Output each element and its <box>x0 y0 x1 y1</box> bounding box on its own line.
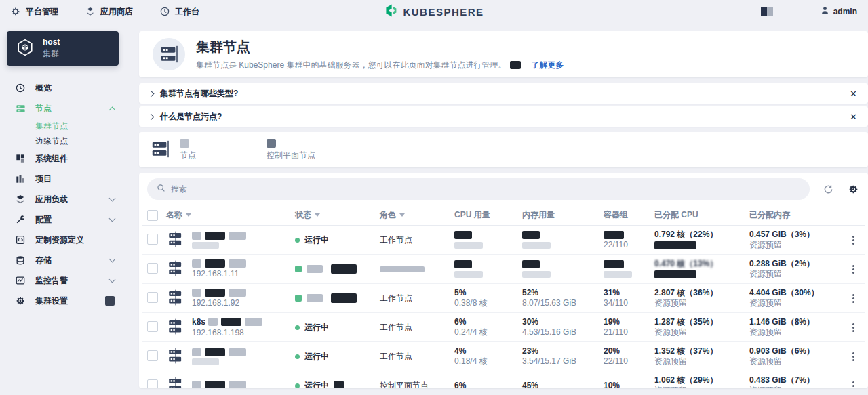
sidebar-item-system-components[interactable]: 系统组件 <box>7 148 119 169</box>
node-ip <box>192 242 250 249</box>
table-row[interactable]: 192.168.1.92工作节点5%0.38/8 核52%8.07/15.63 … <box>142 284 865 313</box>
table-row[interactable]: 运行中控制平面节点6%45%10%1.062 核（29%）资源预留0.483 G… <box>142 371 865 388</box>
column-header-name[interactable]: 名称 <box>166 209 295 221</box>
sidebar-item-crd[interactable]: 定制资源定义 <box>7 230 119 250</box>
stat-control-plane-nodes: 控制平面节点 <box>267 139 315 161</box>
row-checkbox[interactable] <box>147 321 158 332</box>
nav-app-store[interactable]: 应用商店 <box>85 6 133 18</box>
row-more-button[interactable] <box>847 320 860 335</box>
node-name-cell[interactable] <box>166 230 295 250</box>
node-name-cell[interactable] <box>166 376 295 389</box>
node-icon <box>166 376 185 389</box>
row-more-button[interactable] <box>847 291 860 306</box>
sidebar-item-app-workloads[interactable]: 应用负载 <box>7 189 119 209</box>
sidebar-item-edge-nodes[interactable]: 边缘节点 <box>35 133 119 148</box>
node-ip <box>192 358 250 365</box>
sidebar-item-cluster-nodes[interactable]: 集群节点 <box>35 119 119 133</box>
cell-memory-usage: 45% <box>522 381 604 389</box>
learn-more-link[interactable]: 了解更多 <box>531 60 564 71</box>
faq-node-taints[interactable]: 什么是节点污点? ✕ <box>139 106 868 127</box>
nav-workbench[interactable]: 工作台 <box>160 6 199 18</box>
row-checkbox[interactable] <box>147 234 158 245</box>
redacted-block <box>522 242 551 249</box>
sidebar-item-projects[interactable]: 项目 <box>7 169 119 189</box>
cluster-type: 集群 <box>43 48 60 60</box>
redacted-block <box>205 232 225 240</box>
redacted-block <box>334 381 344 389</box>
table-row[interactable]: 192.168.1.110.470 核（13%）0.288 GiB（2%）资源预… <box>142 255 865 284</box>
settings-icon <box>15 296 26 306</box>
kubesphere-logo-text: KUBESPHERE <box>403 6 484 18</box>
appstore-icon <box>85 7 95 16</box>
user-menu[interactable]: admin <box>821 6 857 17</box>
row-checkbox[interactable] <box>147 350 158 361</box>
status-green-icon <box>295 266 302 272</box>
select-all-checkbox[interactable] <box>147 210 158 221</box>
search-icon <box>157 184 165 194</box>
cell-pods: 19%21/110 <box>604 317 654 337</box>
chevron-down-icon <box>109 215 116 222</box>
status-running-icon <box>295 383 300 388</box>
close-icon[interactable]: ✕ <box>848 89 859 99</box>
cell-memory-usage: 30%4.53/15.16 GiB <box>522 317 604 337</box>
column-header-allocated-cpu: 已分配 CPU <box>654 209 749 221</box>
nodes-group-icon <box>150 139 170 161</box>
redacted-block <box>307 294 323 302</box>
sidebar-item-cluster-settings[interactable]: 集群设置 <box>7 291 119 311</box>
table-row[interactable]: 运行中工作节点22/1100.792 核（22%）0.457 GiB（3%）资源… <box>142 226 865 255</box>
sidebar-item-nodes[interactable]: 节点 <box>7 98 119 119</box>
node-name <box>192 259 250 268</box>
node-name-cell[interactable]: 192.168.1.92 <box>166 289 295 308</box>
sidebar-item-configuration[interactable]: 配置 <box>7 209 119 230</box>
column-header-role[interactable]: 角色 <box>380 209 454 221</box>
cell-allocated-cpu: 1.352 核（37%）资源预留 <box>654 346 749 367</box>
row-more-button[interactable] <box>847 379 860 389</box>
refresh-button[interactable] <box>822 183 835 196</box>
cell-cpu-usage: 4%0.18/4 核 <box>454 346 522 367</box>
kubesphere-logo[interactable]: KUBESPHERE <box>384 0 484 23</box>
table-row[interactable]: k8s192.168.1.198运行中工作节点6%0.24/4 核30%4.53… <box>142 313 865 342</box>
redacted-block <box>654 241 696 249</box>
node-name-cell[interactable] <box>166 347 295 367</box>
cell-cpu-usage: 6% <box>454 381 522 389</box>
node-status: 运行中 <box>295 380 380 389</box>
nav-platform-management[interactable]: 平台管理 <box>11 6 58 18</box>
row-checkbox[interactable] <box>147 263 158 274</box>
row-more-button[interactable] <box>847 262 860 276</box>
cell-allocated-cpu: 1.287 核（35%）资源预留 <box>654 317 749 337</box>
row-more-button[interactable] <box>847 350 860 364</box>
column-settings-button[interactable] <box>847 183 860 196</box>
stat-nodes: 节点 <box>180 139 196 161</box>
user-name: admin <box>833 7 857 16</box>
redacted-badge <box>105 296 115 306</box>
node-count-summary: 节点 控制平面节点 <box>139 132 868 167</box>
sidebar-item-monitoring[interactable]: 监控告警 <box>7 270 119 291</box>
node-name-cell[interactable]: k8s192.168.1.198 <box>166 318 295 337</box>
cell-allocated-memory: 0.457 GiB（3%）资源预留 <box>749 230 833 250</box>
faq-node-types[interactable]: 集群节点有哪些类型? ✕ <box>139 83 868 104</box>
redacted-block <box>205 259 225 268</box>
sidebar-item-overview[interactable]: 概览 <box>7 78 119 98</box>
node-name-cell[interactable]: 192.168.1.11 <box>166 259 295 279</box>
redacted-block <box>604 231 624 239</box>
column-header-status[interactable]: 状态 <box>295 209 380 221</box>
nodes-submenu: 集群节点 边缘节点 <box>7 119 119 148</box>
search-input[interactable]: 搜索 <box>147 178 810 200</box>
sidebar-item-storage[interactable]: 存储 <box>7 250 119 270</box>
row-checkbox[interactable] <box>147 292 158 303</box>
cell-allocated-memory: 1.146 GiB（8%）资源预留 <box>749 317 833 337</box>
row-checkbox[interactable] <box>147 379 158 389</box>
main-content: 集群节点 集群节点是 KubeSphere 集群中的基础服务器，您可以在此页面对… <box>125 23 868 395</box>
redacted-block <box>380 266 425 272</box>
cluster-selector[interactable]: host 集群 <box>7 31 119 66</box>
redacted-block <box>522 260 540 268</box>
table-body: 运行中工作节点22/1100.792 核（22%）0.457 GiB（3%）资源… <box>142 226 865 388</box>
chevron-right-icon <box>148 113 155 120</box>
row-more-button[interactable] <box>847 233 860 247</box>
redacted-block <box>229 232 246 240</box>
close-icon[interactable]: ✕ <box>848 112 859 122</box>
table-row[interactable]: 运行中工作节点4%0.18/4 核23%3.54/15.17 GiB20%22/… <box>142 342 865 371</box>
page-banner: 集群节点 集群节点是 KubeSphere 集群中的基础服务器，您可以在此页面对… <box>139 31 868 77</box>
redacted-block <box>192 381 201 389</box>
redacted-block <box>192 358 219 365</box>
